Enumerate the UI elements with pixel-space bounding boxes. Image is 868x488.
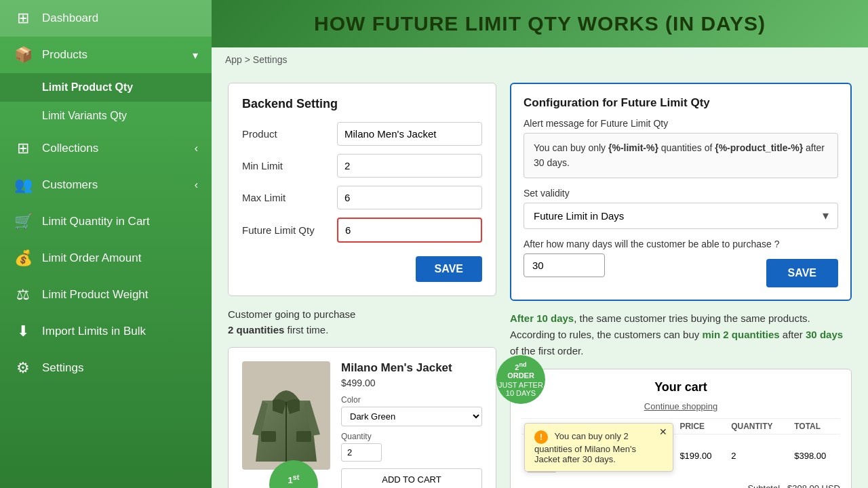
left-column: Backend Setting Product Min Limit Max Li…: [228, 83, 496, 488]
page-title: HOW FUTURE LIMIT QTY WORKS (IN DAYS): [232, 12, 848, 35]
min-limit-label: Min Limit: [242, 160, 330, 171]
product-field-row: Product: [242, 122, 482, 146]
after-days-30-bold: 30 days: [806, 329, 843, 340]
sidebar-item-limit-qty-cart[interactable]: 🛒 Limit Quantity in Cart: [0, 203, 212, 240]
days-question-label: After how many days will the customer be…: [524, 239, 838, 249]
sidebar-item-customers[interactable]: 👥 Customers ‹: [0, 167, 212, 203]
backend-setting-panel: Backend Setting Product Min Limit Max Li…: [228, 83, 496, 296]
alert-code1: {%-limit-%}: [608, 142, 658, 153]
cart-item-price: $199.00: [674, 434, 726, 478]
sidebar: ⊞ Dashboard 📦 Products ▾ Limit Product Q…: [0, 0, 212, 488]
settings-icon: ⚙: [14, 359, 33, 377]
order-2nd-sup: nd: [519, 361, 526, 368]
config-title: Configuration for Future Limit Qty: [524, 96, 838, 110]
product-label: Product: [242, 128, 330, 140]
main-content: HOW FUTURE LIMIT QTY WORKS (IN DAYS) App…: [212, 0, 868, 488]
jacket-illustration: [249, 367, 323, 465]
order-badge-2nd: 2nd ORDER JUST AFTER 10 DAYS: [496, 355, 545, 404]
sidebar-item-label: Products: [42, 48, 87, 62]
sidebar-item-label: Collections: [42, 142, 98, 155]
sidebar-item-dashboard[interactable]: ⊞ Dashboard: [0, 0, 212, 37]
customers-icon: 👥: [14, 176, 33, 194]
product-image: [242, 361, 330, 470]
content-area: Backend Setting Product Min Limit Max Li…: [212, 72, 868, 488]
sidebar-subitem-label: Limit Product Qty: [42, 81, 133, 94]
qty-field[interactable]: [341, 443, 382, 462]
col-total: TOTAL: [789, 418, 840, 434]
continue-shopping-link[interactable]: Continue shopping: [521, 401, 840, 411]
product-input[interactable]: [337, 122, 482, 146]
sidebar-item-label: Import Limits in Bulk: [42, 325, 146, 338]
sidebar-item-label: Limit Quantity in Cart: [42, 215, 150, 228]
sidebar-item-products[interactable]: 📦 Products ▾: [0, 37, 212, 73]
after-days-bold: After 10 days: [510, 312, 574, 324]
order-label: ORDER: [278, 486, 310, 488]
tooltip-box: ✕ ! You can buy only 2 quantities of Mil…: [524, 423, 673, 472]
sidebar-item-limit-product-qty[interactable]: Limit Product Qty: [0, 73, 212, 102]
cart-panel: Your cart Continue shopping PRODUCT PRIC…: [510, 369, 852, 488]
sidebar-item-limit-product-weight[interactable]: ⚖ Limit Product Weight: [0, 277, 212, 313]
add-to-cart-button[interactable]: ADD TO CART: [341, 468, 482, 488]
min-limit-row: Min Limit: [242, 154, 482, 178]
cart-subtotal: Subtotal $398.00 USD: [521, 483, 840, 488]
right-column: Configuration for Future Limit Qty Alert…: [510, 83, 852, 488]
sidebar-item-label: Limit Order Amount: [42, 251, 141, 265]
product-price: $499.00: [341, 378, 482, 388]
sidebar-item-settings[interactable]: ⚙ Settings: [0, 350, 212, 386]
collections-icon: ⊞: [14, 140, 33, 157]
after-days-text3: after: [780, 329, 806, 340]
sidebar-item-collections[interactable]: ⊞ Collections ‹: [0, 130, 212, 167]
future-limit-label: Future Limit Qty: [242, 224, 330, 236]
after-days-text1: , the same customer tries buying the sam…: [574, 312, 810, 324]
order-num: 1st: [288, 473, 300, 485]
purchase-desc-line2: first time.: [288, 324, 329, 336]
validity-select[interactable]: Future Limit in Days: [524, 203, 838, 229]
order-2nd-num: 2nd: [515, 361, 526, 371]
cart-title: Your cart: [521, 380, 840, 394]
sidebar-item-limit-variants-qty[interactable]: Limit Variants Qty: [0, 102, 212, 130]
max-limit-label: Max Limit: [242, 192, 330, 203]
cart-item-qty: 2: [726, 434, 789, 478]
alert-label: Alert message for Future Limit Qty: [524, 118, 838, 129]
days-input[interactable]: [524, 253, 605, 277]
cart-section: 2nd ORDER JUST AFTER 10 DAYS Your cart C…: [510, 369, 852, 488]
config-panel: Configuration for Future Limit Qty Alert…: [510, 83, 852, 301]
color-field-label: Color: [341, 395, 482, 405]
dashboard-icon: ⊞: [14, 9, 33, 27]
config-save-button[interactable]: SAVE: [766, 259, 838, 287]
future-limit-row: Future Limit Qty: [242, 218, 482, 243]
sidebar-item-import-limits-bulk[interactable]: ⬇ Import Limits in Bulk: [0, 313, 212, 350]
warning-icon: !: [534, 430, 548, 444]
purchase-description: Customer going to purchase 2 quantities …: [228, 307, 496, 338]
color-select[interactable]: Dark Green: [341, 407, 482, 426]
alert-pre: You can buy only: [534, 142, 608, 153]
sidebar-item-label: Dashboard: [42, 12, 98, 25]
tooltip-close-button[interactable]: ✕: [659, 426, 667, 437]
tooltip-text: You can buy only 2 quantities of Milano …: [534, 431, 636, 464]
sidebar-item-label: Limit Product Weight: [42, 288, 149, 302]
purchase-desc-line1: Customer going to purchase: [228, 308, 355, 320]
after-days-description: After 10 days, the same customer tries b…: [510, 310, 852, 359]
validity-label: Set validity: [524, 188, 838, 199]
order-amount-icon: 💰: [14, 249, 33, 267]
min-limit-input[interactable]: [337, 154, 482, 178]
page-header: HOW FUTURE LIMIT QTY WORKS (IN DAYS): [212, 0, 868, 47]
max-limit-input[interactable]: [337, 186, 482, 209]
subtotal-label: Subtotal: [747, 483, 780, 488]
product-card: Milano Men's Jacket $499.00 Color Dark G…: [228, 347, 496, 488]
breadcrumb: App > Settings: [225, 54, 854, 65]
save-button[interactable]: SAVE: [416, 256, 482, 282]
order-sup: st: [293, 473, 300, 481]
sidebar-item-limit-order-amount[interactable]: 💰 Limit Order Amount: [0, 240, 212, 277]
import-icon: ⬇: [14, 323, 33, 340]
days-row: SAVE: [524, 253, 838, 287]
sidebar-subitem-label: Limit Variants Qty: [42, 110, 127, 122]
cart-item-total: $398.00: [789, 434, 840, 478]
cart-icon: 🛒: [14, 213, 33, 230]
max-limit-row: Max Limit: [242, 186, 482, 209]
alert-message-box: You can buy only {%-limit-%} quantities …: [524, 133, 838, 178]
sidebar-item-label: Settings: [42, 361, 83, 375]
future-limit-input[interactable]: [337, 218, 482, 243]
subtotal-value: $398.00 USD: [787, 483, 840, 488]
chevron-left-icon: ‹: [195, 142, 198, 155]
